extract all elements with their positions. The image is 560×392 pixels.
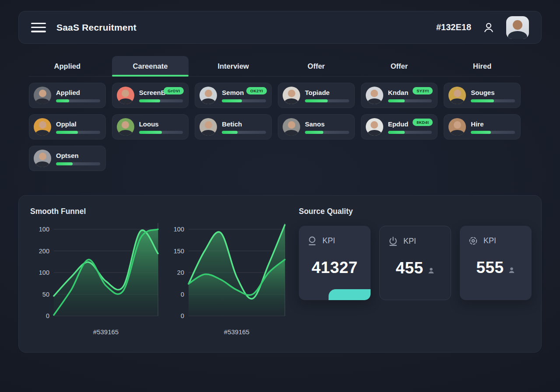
candidate-progress-bar — [56, 131, 100, 134]
y-tick-label: 50 — [42, 291, 49, 298]
tab-offer-3[interactable]: Offer — [278, 56, 355, 76]
x-axis-label: #539165 — [224, 328, 249, 336]
candidate-badge: OK2YI — [246, 87, 267, 94]
candidate-card-epdud[interactable]: Epdud8KD4t — [361, 114, 438, 140]
candidate-card-kndan[interactable]: KndanSY3Yt — [361, 83, 438, 108]
power-icon — [388, 236, 399, 247]
candidate-progress-bar — [388, 99, 432, 102]
kpi-label: KPI — [322, 236, 335, 245]
contact-icon — [307, 235, 318, 246]
kpi-accent-shape — [329, 289, 371, 300]
candidate-name: Sanos — [305, 120, 349, 128]
y-tick-label: 100 — [39, 269, 49, 276]
candidate-card-semon[interactable]: SemonOK2YI — [195, 83, 272, 108]
tab-careenate-1[interactable]: Careenate — [112, 56, 189, 76]
candidate-card-screenb[interactable]: ScreenBGrOVI — [112, 83, 189, 108]
candidate-progress-bar — [305, 99, 349, 102]
candidate-progress-bar — [471, 99, 515, 102]
candidate-avatar — [448, 118, 466, 136]
candidate-name: Hire — [471, 120, 515, 128]
kpi-value: 555 — [476, 259, 504, 277]
y-tick-label: 20 — [177, 269, 184, 276]
candidate-progress-bar — [222, 99, 266, 102]
tab-applied-0[interactable]: Applied — [29, 56, 106, 76]
kpi-value: 41327 — [312, 259, 357, 277]
kpi-card-3[interactable]: KPI555 — [460, 226, 532, 300]
funnel-title: Smooth Funnel — [30, 207, 292, 216]
candidate-avatar — [448, 87, 466, 104]
candidate-card-topiade[interactable]: Topiade — [278, 83, 355, 108]
candidate-badge: GrOVI — [164, 87, 184, 94]
person-icon — [427, 267, 435, 274]
pipeline-tabs: AppliedCareenateInterviewOfferOfferHired — [29, 56, 521, 77]
candidate-name: Topiade — [305, 89, 349, 96]
y-tick-label: 100 — [39, 226, 49, 233]
candidate-card-sanos[interactable]: Sanos — [278, 114, 355, 140]
smooth-funnel-section: Smooth Funnel 100200100500#5391651001502… — [30, 207, 292, 344]
candidate-card-applied[interactable]: Applied — [29, 83, 106, 108]
candidate-name: Loous — [139, 120, 183, 128]
kpi-label: KPI — [483, 236, 496, 245]
candidate-avatar — [117, 118, 134, 136]
candidate-progress-bar — [56, 162, 100, 165]
candidate-name: Applied — [56, 89, 100, 96]
candidate-card-hire[interactable]: Hire — [444, 114, 521, 140]
x-axis-label: #539165 — [93, 328, 119, 336]
candidate-avatar — [200, 87, 217, 104]
analytics-panel: Smooth Funnel 100200100500#5391651001502… — [18, 195, 542, 353]
y-tick-label: 0 — [181, 312, 184, 319]
source-quality-section: Source Quality KPI41327KPI455KPI555 — [292, 207, 532, 344]
y-tick-label: 100 — [174, 226, 184, 233]
y-tick-label: 0 — [181, 291, 184, 298]
user-avatar[interactable] — [506, 16, 529, 39]
candidate-avatar — [34, 118, 51, 136]
candidate-name: Betich — [222, 120, 266, 128]
candidate-name: Optsen — [56, 152, 100, 159]
candidate-avatar — [34, 87, 51, 104]
candidate-avatar — [283, 118, 300, 136]
candidate-card-opplal[interactable]: Opplal — [29, 114, 106, 140]
candidate-card-loous[interactable]: Loous — [112, 114, 189, 140]
kpi-card-1[interactable]: KPI41327 — [299, 226, 371, 300]
kpi-value: 455 — [396, 259, 423, 277]
candidate-avatar — [200, 118, 217, 136]
hamburger-icon[interactable] — [31, 23, 46, 32]
quality-title: Source Quality — [299, 207, 532, 216]
candidate-card-optsen[interactable]: Optsen — [29, 146, 106, 171]
funnel-chart-1: 1001502000#539165 — [165, 219, 288, 337]
candidate-progress-bar — [388, 131, 432, 134]
candidate-progress-bar — [56, 99, 100, 102]
app-title: SaaS Recruitment — [56, 22, 136, 33]
person-icon — [508, 266, 515, 274]
candidate-avatar — [34, 150, 51, 167]
candidate-progress-bar — [471, 131, 515, 134]
kpi-label: KPI — [403, 237, 416, 246]
top-bar: SaaS Recruitment #132E18 — [18, 11, 542, 44]
funnel-chart-0: 100200100500#539165 — [30, 219, 161, 337]
tab-interview-2[interactable]: Interview — [195, 56, 272, 76]
header-code: #132E18 — [436, 22, 471, 32]
candidate-card-souges[interactable]: Souges — [444, 83, 521, 108]
candidate-badge: SY3Yt — [413, 87, 433, 94]
tab-hired-5[interactable]: Hired — [444, 56, 521, 76]
person-outline-icon[interactable] — [483, 21, 495, 34]
candidate-progress-bar — [139, 99, 183, 102]
candidate-grid: AppliedScreenBGrOVISemonOK2YITopiadeKnda… — [29, 83, 521, 171]
y-tick-label: 200 — [39, 248, 49, 255]
candidate-progress-bar — [139, 131, 183, 134]
y-tick-label: 0 — [46, 312, 49, 319]
candidate-avatar — [283, 87, 300, 104]
candidate-name: Souges — [471, 89, 515, 96]
candidate-name: Opplal — [56, 120, 100, 128]
candidate-avatar — [117, 87, 134, 104]
y-tick-label: 150 — [174, 248, 184, 255]
candidate-avatar — [366, 87, 383, 104]
candidate-progress-bar — [222, 131, 266, 134]
settings-icon — [468, 235, 479, 246]
candidate-progress-bar — [305, 131, 349, 134]
candidate-badge: 8KD4t — [413, 119, 433, 126]
candidate-card-betich[interactable]: Betich — [195, 114, 272, 140]
tab-offer-4[interactable]: Offer — [361, 56, 438, 76]
kpi-card-2[interactable]: KPI455 — [379, 226, 451, 300]
candidate-avatar — [366, 118, 383, 136]
